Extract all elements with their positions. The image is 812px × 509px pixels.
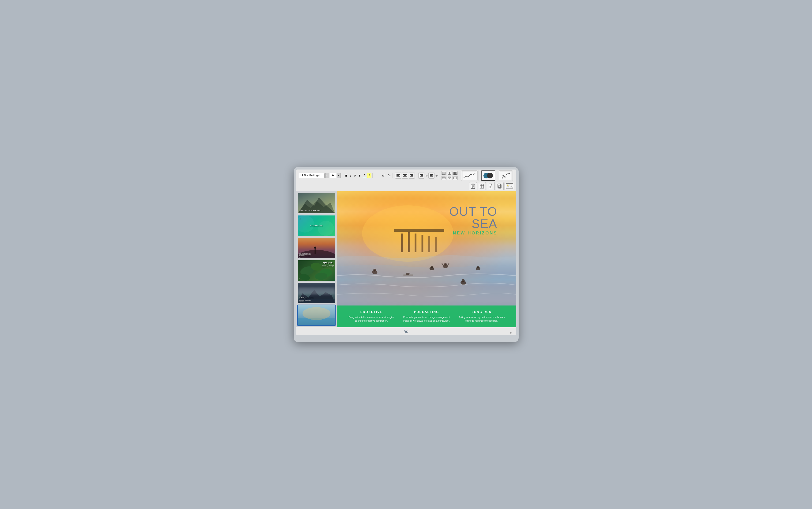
- table-icon[interactable]: [478, 182, 486, 190]
- svg-point-66: [318, 221, 334, 236]
- strikethrough-button[interactable]: S: [358, 173, 362, 178]
- superscript-button[interactable]: A²: [381, 173, 386, 178]
- slide-background: OUT TO SEA NEW HORIZONS PROACTIVE Bring …: [337, 191, 516, 327]
- svg-rect-13: [430, 174, 433, 175]
- font-highlight-button[interactable]: A: [367, 173, 371, 178]
- svg-rect-14: [430, 175, 432, 176]
- slide-thumbnail-6[interactable]: [297, 305, 336, 326]
- monitor: HP Simplified Light ▼ 12 ▼ B I U S A A A…: [294, 167, 519, 342]
- svg-rect-49: [480, 184, 481, 185]
- slide-thumbnail-4[interactable]: TEAM WORK Story that is at the core of a…: [297, 260, 336, 281]
- svg-point-69: [314, 247, 316, 249]
- slide-thumbnail-1[interactable]: BRINGING UP A NEW CHANGE: [297, 193, 336, 214]
- svg-rect-42: [472, 184, 474, 185]
- svg-point-92: [444, 263, 447, 265]
- layout-top-icon[interactable]: [441, 176, 446, 180]
- svg-point-88: [373, 269, 376, 271]
- main-area: BRINGING UP A NEW CHANGE EXCELLENCE: [296, 191, 516, 327]
- slide-subtitle: NEW HORIZONS: [449, 231, 497, 236]
- svg-point-90: [431, 266, 433, 268]
- banner-heading-2: PODCASTING: [403, 310, 450, 314]
- svg-rect-7: [411, 175, 413, 176]
- svg-point-37: [506, 174, 507, 175]
- uppercase-button[interactable]: [375, 173, 377, 178]
- color-circles-icon[interactable]: [481, 170, 495, 181]
- align-right-icon[interactable]: [409, 173, 415, 179]
- slide-1-title: BRINGING UP A NEW CHANGE: [300, 210, 321, 211]
- hp-logo: hp: [404, 329, 408, 334]
- svg-point-34: [502, 177, 503, 178]
- font-name-label: HP Simplified Light: [300, 174, 320, 177]
- svg-rect-2: [397, 176, 400, 176]
- svg-rect-27: [448, 178, 449, 179]
- svg-rect-25: [442, 178, 445, 179]
- monitor-dot: [510, 332, 512, 334]
- image-icon[interactable]: [505, 182, 514, 190]
- svg-rect-82: [414, 234, 416, 252]
- indent-increase-icon[interactable]: [418, 173, 425, 179]
- italic-button[interactable]: I: [349, 173, 352, 178]
- font-group: HP Simplified Light ▼ 12 ▼: [298, 173, 342, 178]
- canvas-area: OUT TO SEA NEW HORIZONS PROACTIVE Bring …: [337, 191, 516, 327]
- svg-rect-41: [471, 184, 475, 189]
- banner-text-2: Podcasting operational change management…: [403, 315, 450, 323]
- svg-rect-19: [448, 172, 449, 175]
- svg-rect-8: [410, 176, 413, 176]
- font-size-dropdown-button[interactable]: ▼: [337, 173, 341, 178]
- svg-rect-68: [315, 248, 316, 254]
- font-size-input[interactable]: 12: [330, 173, 336, 178]
- svg-point-39: [509, 173, 510, 174]
- clipboard-icon[interactable]: [469, 182, 477, 190]
- subscript-button[interactable]: A₂: [387, 173, 392, 178]
- slide-thumbnail-3[interactable]: CHARANA Story that a global maritimemake…: [297, 238, 336, 259]
- svg-rect-20: [450, 172, 451, 175]
- banner-heading-1: PROACTIVE: [347, 310, 395, 314]
- color-group: [480, 170, 496, 181]
- svg-rect-84: [428, 236, 430, 252]
- layout-full-icon[interactable]: [452, 176, 458, 180]
- column-1-icon[interactable]: [441, 171, 446, 175]
- align-center-icon[interactable]: [402, 173, 408, 179]
- slide-canvas: OUT TO SEA NEW HORIZONS PROACTIVE Bring …: [337, 191, 516, 327]
- font-color-button[interactable]: A: [363, 173, 367, 178]
- banner-text-3: Taking seamless key performance indicato…: [458, 315, 506, 323]
- layout-split-icon[interactable]: [447, 176, 452, 180]
- underline-button[interactable]: U: [353, 173, 357, 178]
- spacing-value-1: 0pt: [425, 174, 428, 176]
- banner-col-3: LONG RUN Taking seamless key performance…: [454, 310, 509, 323]
- svg-rect-24: [442, 176, 445, 178]
- svg-rect-85: [435, 237, 437, 252]
- slide-thumbnail-5[interactable]: GLOBAL Story that a global business gran…: [297, 282, 336, 304]
- column-2-icon[interactable]: [447, 171, 452, 175]
- svg-point-40: [505, 176, 506, 177]
- svg-rect-86: [394, 229, 444, 232]
- slide-thumbnail-2[interactable]: EXCELLENCE ★: [297, 215, 336, 236]
- banner-text-1: Bring to the table win-win survival stra…: [347, 315, 395, 323]
- scatter-chart-icon[interactable]: [499, 170, 513, 181]
- svg-rect-22: [455, 172, 455, 175]
- banner-col-2: PODCASTING Podcasting operational change…: [399, 310, 454, 323]
- slide-panel: BRINGING UP A NEW CHANGE EXCELLENCE: [296, 191, 337, 327]
- svg-point-96: [477, 266, 479, 268]
- svg-rect-0: [397, 174, 400, 175]
- line-chart-icon[interactable]: [461, 170, 478, 181]
- indent-decrease-icon[interactable]: [429, 173, 435, 179]
- svg-rect-4: [404, 175, 406, 176]
- align-left-icon[interactable]: [395, 173, 401, 179]
- svg-rect-21: [453, 172, 454, 175]
- copy-icon[interactable]: [495, 182, 504, 190]
- font-dropdown-button[interactable]: ▼: [325, 173, 329, 178]
- svg-marker-52: [491, 184, 492, 185]
- svg-point-100: [406, 273, 410, 275]
- lowercase-button[interactable]: [378, 173, 380, 178]
- column-3-icon[interactable]: [452, 171, 458, 175]
- font-name-selector[interactable]: HP Simplified Light: [299, 173, 325, 178]
- document-icon[interactable]: [487, 182, 495, 190]
- svg-rect-10: [421, 175, 423, 176]
- slide-title-line2: SEA: [449, 217, 497, 230]
- bold-button[interactable]: B: [344, 173, 348, 178]
- monitor-bottom: hp: [296, 327, 516, 335]
- banner-col-1: PROACTIVE Bring to the table win-win sur…: [344, 310, 399, 323]
- svg-rect-83: [421, 235, 423, 252]
- text-format-group: B I U S A A: [343, 173, 373, 178]
